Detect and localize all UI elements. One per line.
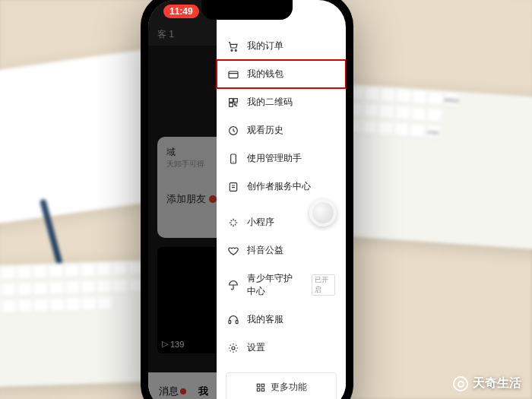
svg-rect-4 — [234, 98, 238, 102]
clock-icon — [227, 125, 239, 137]
menu-label: 使用管理助手 — [247, 152, 302, 165]
menu-label: 青少年守护中心 — [247, 272, 301, 298]
svg-rect-2 — [229, 71, 238, 78]
watermark: 天奇生活 — [453, 375, 521, 391]
svg-point-1 — [235, 49, 236, 51]
menu-item-wallet[interactable]: 我的钱包 — [217, 60, 346, 88]
umbrella-icon — [227, 279, 239, 291]
svg-point-11 — [232, 347, 235, 350]
notch — [201, 0, 293, 20]
gear-icon — [227, 342, 239, 354]
svg-rect-10 — [236, 320, 238, 323]
svg-rect-15 — [261, 388, 264, 391]
menu-item-assist[interactable]: 使用管理助手 — [217, 144, 346, 173]
watermark-logo — [453, 376, 468, 391]
assistive-touch[interactable] — [309, 199, 337, 226]
menu-item-charity[interactable]: 抖音公益 — [217, 236, 346, 264]
spark-icon — [227, 217, 239, 229]
menu-label: 我的客服 — [247, 313, 283, 326]
watermark-text: 天奇生活 — [473, 375, 521, 391]
svg-rect-14 — [257, 388, 260, 391]
more-functions-button[interactable]: 更多功能 — [226, 372, 337, 399]
menu-label: 抖音公益 — [247, 244, 283, 257]
phone-frame: 11:49 客 1 域 天卸手可得 ✻ 添加朋友 藏 喜欢 — [141, 0, 353, 399]
svg-rect-13 — [261, 384, 264, 387]
menu-item-qrcode[interactable]: 我的二维码 — [217, 88, 346, 116]
phone-icon — [227, 153, 239, 165]
svg-rect-8 — [230, 182, 236, 191]
phone-screen: 11:49 客 1 域 天卸手可得 ✻ 添加朋友 藏 喜欢 — [148, 0, 346, 399]
menu-item-creator[interactable]: 创作者服务中心 — [217, 173, 346, 201]
doc-icon — [227, 181, 239, 193]
svg-rect-9 — [229, 320, 231, 323]
menu-label: 创作者服务中心 — [247, 180, 311, 193]
qr-icon — [227, 97, 239, 109]
menu-label: 我的钱包 — [247, 68, 283, 81]
svg-point-0 — [231, 49, 233, 51]
menu-label: 小程序 — [247, 216, 274, 229]
svg-rect-5 — [230, 103, 233, 106]
menu-item-history[interactable]: 观看历史 — [217, 116, 346, 144]
teen-badge: 已开启 — [312, 274, 335, 296]
wallet-icon — [227, 68, 239, 81]
heart-icon — [227, 245, 239, 257]
grid-icon — [255, 382, 266, 393]
menu-item-teen[interactable]: 青少年守护中心 已开启 — [217, 264, 346, 306]
more-label: 更多功能 — [271, 381, 307, 394]
menu-item-settings[interactable]: 设置 — [217, 334, 346, 362]
headset-icon — [227, 314, 239, 326]
cart-icon — [227, 40, 239, 52]
svg-rect-3 — [230, 98, 233, 102]
menu-label: 我的订单 — [247, 40, 283, 52]
menu-label: 我的二维码 — [247, 96, 293, 109]
status-time: 11:49 — [163, 5, 199, 18]
svg-rect-12 — [257, 384, 260, 387]
menu-item-orders[interactable]: 我的订单 — [217, 32, 346, 60]
menu-label: 设置 — [247, 341, 265, 354]
menu-item-service[interactable]: 我的客服 — [217, 306, 346, 334]
menu-label: 观看历史 — [247, 124, 283, 137]
